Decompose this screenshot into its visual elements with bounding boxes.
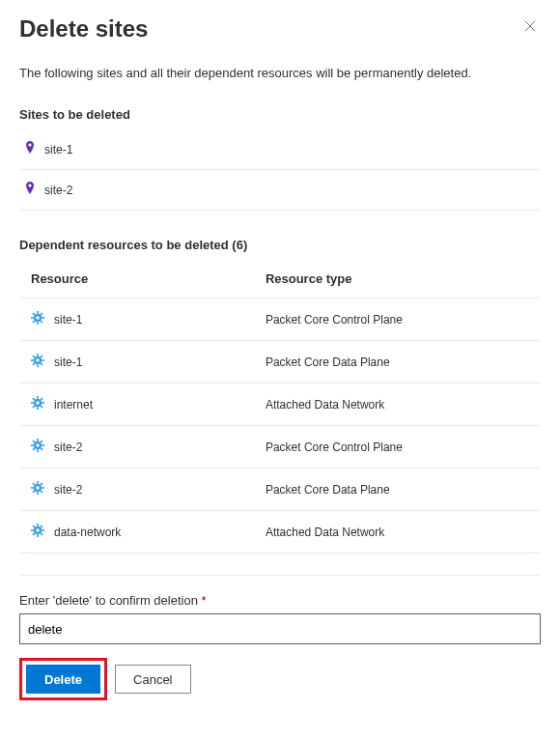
svg-line-28 [41,406,42,408]
svg-line-29 [33,406,35,408]
close-icon [523,20,537,36]
dependent-section-title: Dependent resources to be deleted (6) [19,238,541,252]
resource-name: site-2 [54,483,82,497]
gear-icon [31,439,44,455]
svg-point-41 [36,443,40,447]
site-name: site-2 [44,184,72,197]
delete-highlight: Delete [19,658,107,700]
svg-line-30 [41,398,42,400]
svg-line-37 [33,441,35,442]
svg-line-47 [33,483,35,485]
resource-type: Packet Core Data Plane [266,483,541,497]
resource-type: Attached Data Network [266,398,541,412]
svg-point-0 [28,143,31,146]
resource-type: Packet Core Control Plane [266,441,541,454]
table-row: site-1 Packet Core Data Plane [19,341,541,384]
gear-icon [31,311,44,327]
resource-name: internet [54,398,93,412]
svg-line-10 [41,313,42,315]
svg-line-19 [33,363,35,365]
page-title: Delete sites [19,15,148,43]
site-name: site-1 [44,143,72,156]
gear-icon [31,481,44,497]
svg-line-59 [33,533,35,535]
resource-name: data-network [54,526,121,539]
svg-point-11 [36,316,40,320]
separator [19,575,541,576]
svg-line-40 [41,441,42,442]
svg-point-1 [28,184,31,186]
sites-section-title: Sites to be deleted [19,107,541,122]
svg-line-27 [33,398,35,400]
site-row: site-1 [19,129,541,170]
resource-name: site-1 [54,313,82,327]
svg-line-60 [41,526,42,527]
table-row: site-2 Packet Core Control Plane [19,426,541,469]
resource-type: Packet Core Control Plane [266,313,541,327]
svg-line-39 [33,448,35,450]
svg-line-58 [41,533,42,535]
table-row: site-1 Packet Core Control Plane [19,298,541,341]
table-row: site-2 Packet Core Data Plane [19,469,541,511]
dependent-table: site-1 Packet Core Control Plane site-1 … [19,298,541,554]
resource-name: site-2 [54,441,82,454]
svg-point-51 [36,486,40,490]
svg-line-7 [33,313,35,315]
svg-line-57 [33,526,35,527]
svg-point-61 [36,528,40,532]
required-marker: * [202,593,207,608]
description-text: The following sites and all their depend… [19,66,541,80]
close-button[interactable] [519,15,541,39]
svg-line-49 [33,491,35,493]
pin-icon [25,141,35,157]
pin-icon [25,182,35,198]
svg-line-38 [41,448,42,450]
svg-line-8 [41,321,42,323]
gear-icon [31,354,44,370]
svg-line-20 [41,355,42,357]
svg-point-21 [36,358,40,362]
svg-line-48 [41,491,42,493]
confirm-input[interactable] [19,613,541,644]
delete-button[interactable]: Delete [26,665,100,694]
svg-line-9 [33,321,35,323]
confirm-label: Enter 'delete' to confirm deletion * [19,593,541,608]
svg-line-17 [33,355,35,357]
column-type: Resource type [266,271,541,286]
resource-name: site-1 [54,355,82,369]
resource-type: Attached Data Network [266,526,541,539]
gear-icon [31,396,44,412]
cancel-button[interactable]: Cancel [115,665,190,694]
site-row: site-2 [19,170,541,211]
dependent-table-header: Resource Resource type [19,260,541,298]
svg-point-31 [36,401,40,405]
gear-icon [31,524,44,540]
resource-type: Packet Core Data Plane [266,355,541,369]
svg-line-18 [41,363,42,365]
table-row: data-network Attached Data Network [19,511,541,554]
table-row: internet Attached Data Network [19,384,541,426]
column-resource: Resource [31,271,266,286]
sites-list: site-1 site-2 [19,129,541,211]
svg-line-50 [41,483,42,485]
